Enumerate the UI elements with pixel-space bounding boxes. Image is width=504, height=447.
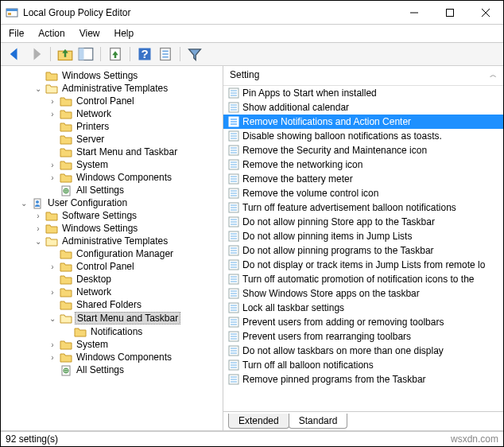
folder-icon bbox=[45, 70, 58, 81]
tree-node[interactable]: Windows Settings bbox=[2, 69, 221, 82]
expand-icon[interactable]: › bbox=[33, 212, 43, 220]
export-button[interactable] bbox=[107, 46, 123, 62]
setting-item[interactable]: Do not allow pinning items in Jump Lists bbox=[223, 229, 503, 243]
scroll-up-icon[interactable]: ︿ bbox=[490, 70, 497, 80]
tree-node-label: Windows Settings bbox=[60, 223, 139, 234]
setting-label: Remove pinned programs from the Taskbar bbox=[242, 374, 426, 385]
tree-node[interactable]: All Settings bbox=[2, 184, 221, 196]
setting-item[interactable]: Turn off all balloon notifications bbox=[223, 358, 503, 372]
tree-node[interactable]: Notifications bbox=[2, 325, 221, 338]
setting-item[interactable]: Remove the networking icon bbox=[223, 157, 503, 172]
tree-node-label: Windows Settings bbox=[60, 70, 139, 81]
setting-item[interactable]: Do not display or track items in Jump Li… bbox=[223, 258, 503, 272]
folder-icon bbox=[60, 146, 72, 157]
tree-node[interactable]: ›Windows Settings bbox=[2, 222, 221, 235]
setting-item[interactable]: Remove Notifications and Action Center bbox=[223, 115, 503, 129]
setting-item[interactable]: Remove pinned programs from the Taskbar bbox=[223, 372, 503, 387]
tree-node-label: Windows Components bbox=[75, 172, 173, 183]
setting-item[interactable]: Do not allow pinning programs to the Tas… bbox=[223, 243, 503, 258]
expand-icon[interactable]: ⌄ bbox=[48, 314, 57, 323]
tree-node[interactable]: Printers bbox=[2, 120, 221, 133]
expand-icon[interactable]: › bbox=[48, 353, 57, 362]
setting-item[interactable]: Do not allow taskbars on more than one d… bbox=[223, 344, 503, 358]
expand-icon[interactable]: › bbox=[48, 340, 57, 349]
tree-node[interactable]: ›Software Settings bbox=[2, 209, 221, 222]
maximize-button[interactable] bbox=[432, 1, 467, 25]
expand-icon[interactable]: ⌄ bbox=[19, 199, 29, 208]
folder-icon bbox=[45, 83, 58, 94]
menu-file[interactable]: File bbox=[9, 28, 24, 39]
forward-button[interactable] bbox=[28, 46, 44, 62]
expand-icon[interactable]: › bbox=[48, 173, 57, 182]
up-folder-button[interactable] bbox=[57, 46, 73, 62]
status-bar: 92 setting(s) wsxdn.com bbox=[1, 431, 503, 446]
tree-node-label: Network bbox=[75, 286, 113, 297]
tree-node[interactable]: Start Menu and Taskbar bbox=[2, 146, 221, 158]
tree-node[interactable]: ›Network bbox=[2, 286, 221, 298]
settings-list[interactable]: Pin Apps to Start when installedShow add… bbox=[223, 86, 503, 411]
setting-item[interactable]: Remove the Security and Maintenance icon bbox=[223, 143, 503, 157]
tree-node[interactable]: Desktop bbox=[2, 273, 221, 286]
expand-icon[interactable]: › bbox=[33, 224, 43, 233]
expand-icon[interactable]: › bbox=[48, 262, 57, 271]
properties-button[interactable] bbox=[157, 46, 173, 62]
watermark: wsxdn.com bbox=[451, 433, 498, 445]
tree-node[interactable]: ⌄Administrative Templates bbox=[2, 82, 221, 95]
menu-help[interactable]: Help bbox=[114, 28, 134, 39]
setting-label: Do not allow pinning programs to the Tas… bbox=[242, 245, 434, 256]
expand-icon[interactable]: › bbox=[48, 161, 57, 169]
close-button[interactable] bbox=[467, 1, 503, 25]
tree-node[interactable]: Server bbox=[2, 133, 221, 146]
setting-item[interactable]: Do not allow pinning Store app to the Ta… bbox=[223, 215, 503, 229]
tree-node[interactable]: ›Control Panel bbox=[2, 260, 221, 273]
setting-icon bbox=[228, 259, 239, 270]
expand-icon[interactable]: ⌄ bbox=[33, 84, 43, 93]
setting-item[interactable]: Show additional calendar bbox=[223, 100, 503, 115]
svg-rect-1 bbox=[6, 9, 17, 11]
tree-node[interactable]: ›Control Panel bbox=[2, 95, 221, 107]
tab-standard[interactable]: Standard bbox=[289, 414, 348, 429]
tree-node[interactable]: ⌄Start Menu and Taskbar bbox=[2, 311, 221, 325]
setting-icon bbox=[228, 102, 239, 113]
folder-icon bbox=[60, 299, 72, 310]
menu-action[interactable]: Action bbox=[38, 28, 64, 39]
menu-view[interactable]: View bbox=[79, 28, 100, 39]
setting-item[interactable]: Disable showing balloon notifications as… bbox=[223, 129, 503, 143]
tree-node[interactable]: ⌄Administrative Templates bbox=[2, 235, 221, 247]
tree-node[interactable]: Shared Folders bbox=[2, 298, 221, 311]
tree-node[interactable]: ⌄User Configuration bbox=[2, 196, 221, 209]
setting-item[interactable]: Remove the battery meter bbox=[223, 172, 503, 186]
tree-node[interactable]: ›Windows Components bbox=[2, 351, 221, 363]
setting-item[interactable]: Prevent users from adding or removing to… bbox=[223, 315, 503, 329]
tree-pane[interactable]: Windows Settings⌄Administrative Template… bbox=[1, 66, 223, 430]
window-title: Local Group Policy Editor bbox=[23, 7, 396, 18]
setting-item[interactable]: Remove the volume control icon bbox=[223, 186, 503, 200]
setting-item[interactable]: Pin Apps to Start when installed bbox=[223, 86, 503, 100]
expand-icon[interactable]: › bbox=[48, 97, 57, 106]
expand-icon[interactable]: › bbox=[48, 288, 57, 297]
expand-icon[interactable]: ⌄ bbox=[33, 237, 43, 246]
setting-item[interactable]: Show Windows Store apps on the taskbar bbox=[223, 286, 503, 301]
show-hide-tree-button[interactable] bbox=[78, 46, 94, 62]
folder-icon bbox=[60, 339, 72, 350]
tree-node-label: Shared Folders bbox=[75, 299, 143, 310]
setting-item[interactable]: Turn off automatic promotion of notifica… bbox=[223, 272, 503, 286]
settings-header[interactable]: Setting ︿ bbox=[223, 66, 503, 86]
tree-node[interactable]: ›Network bbox=[2, 107, 221, 120]
tree-node[interactable]: ›System bbox=[2, 338, 221, 351]
tab-extended[interactable]: Extended bbox=[228, 414, 289, 429]
filter-button[interactable] bbox=[187, 46, 203, 62]
tree-node[interactable]: All Settings bbox=[2, 363, 221, 376]
minimize-button[interactable] bbox=[396, 1, 432, 25]
help-button[interactable]: ? bbox=[137, 46, 153, 62]
setting-item[interactable]: Prevent users from rearranging toolbars bbox=[223, 329, 503, 344]
tree-node-label: Control Panel bbox=[75, 95, 136, 107]
back-button[interactable] bbox=[7, 46, 23, 62]
svg-rect-4 bbox=[446, 9, 453, 16]
setting-item[interactable]: Turn off feature advertisement balloon n… bbox=[223, 200, 503, 215]
expand-icon[interactable]: › bbox=[48, 110, 57, 119]
tree-node[interactable]: ›Windows Components bbox=[2, 171, 221, 184]
tree-node[interactable]: Configuration Manager bbox=[2, 247, 221, 260]
tree-node[interactable]: ›System bbox=[2, 158, 221, 171]
setting-item[interactable]: Lock all taskbar settings bbox=[223, 301, 503, 315]
